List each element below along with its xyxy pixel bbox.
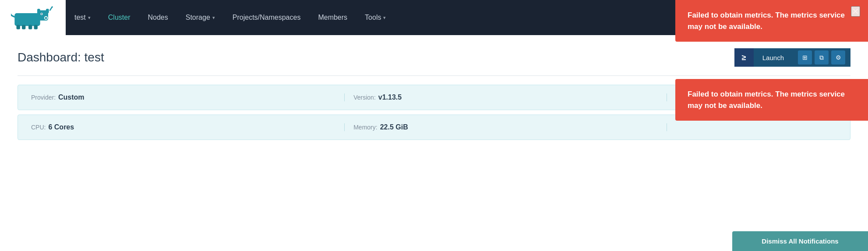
kubectl-icon-button[interactable]: ≥	[734, 48, 754, 67]
launch-label: Launch	[762, 54, 784, 61]
svg-rect-9	[28, 25, 32, 29]
version-value: v1.13.5	[378, 93, 402, 101]
nav-item-projects[interactable]: Projects/Namespaces	[224, 0, 310, 35]
nav-item-tools[interactable]: Tools ▾	[356, 0, 395, 35]
node-icon-button[interactable]: ⊞	[798, 50, 812, 65]
page-content: Dashboard: test ≥ Launch ⊞ ⧉ ⚙ Provider:…	[0, 35, 868, 158]
nav-items: test ▾ Cluster Nodes Storage ▾ Projects/…	[66, 0, 395, 35]
notification-text-2: Failed to obtain metrics. The metrics se…	[688, 89, 856, 111]
svg-point-6	[41, 13, 42, 14]
cpu-label: CPU:	[31, 124, 46, 131]
notification-card-2: Failed to obtain metrics. The metrics se…	[675, 79, 868, 121]
svg-rect-10	[34, 25, 38, 29]
notification-close-button[interactable]: ✕	[851, 6, 860, 17]
svg-rect-2	[37, 9, 40, 13]
svg-point-12	[52, 6, 53, 7]
notification-card-1: ✕ Failed to obtain metrics. The metrics …	[675, 0, 868, 42]
cpu-cell: CPU: 6 Cores	[31, 123, 345, 131]
nav-item-members[interactable]: Members	[309, 0, 356, 35]
nav-item-storage[interactable]: Storage ▾	[177, 0, 224, 35]
launch-icons-area: ⊞ ⧉ ⚙	[793, 48, 850, 67]
chevron-down-icon: ▾	[88, 15, 91, 21]
memory-value: 22.5 GiB	[380, 123, 408, 131]
svg-rect-8	[22, 25, 25, 29]
memory-label: Memory:	[353, 124, 377, 131]
version-cell: Version: v1.13.5	[345, 93, 667, 101]
chevron-down-icon-tools: ▾	[383, 15, 386, 21]
svg-line-11	[50, 7, 52, 10]
page-title: Dashboard: test	[18, 50, 104, 65]
nav-item-nodes[interactable]: Nodes	[139, 0, 176, 35]
dismiss-all-button[interactable]: Dismiss All Notifications	[732, 231, 868, 251]
nav-projects-label: Projects/Namespaces	[233, 14, 301, 22]
nav-item-cluster[interactable]: Cluster	[99, 0, 139, 35]
settings-icon-button[interactable]: ⚙	[831, 50, 845, 65]
page-header: Dashboard: test ≥ Launch ⊞ ⧉ ⚙	[18, 48, 850, 67]
provider-cell: Provider: Custom	[31, 93, 345, 101]
nav-members-label: Members	[318, 14, 347, 22]
copy-icon-button[interactable]: ⧉	[815, 50, 829, 65]
nav-nodes-label: Nodes	[148, 14, 168, 22]
version-label: Version:	[353, 94, 376, 101]
svg-rect-7	[17, 25, 20, 29]
cluster-dropdown-label: test	[74, 14, 86, 22]
cpu-value: 6 Cores	[48, 123, 74, 131]
svg-rect-0	[14, 13, 40, 26]
provider-value: Custom	[58, 93, 85, 101]
svg-rect-3	[46, 9, 49, 13]
nav-cluster-label: Cluster	[108, 14, 131, 22]
rancher-logo	[11, 6, 55, 30]
nav-cluster-dropdown[interactable]: test ▾	[66, 0, 99, 35]
nav-storage-label: Storage	[186, 14, 210, 22]
memory-cell: Memory: 22.5 GiB	[345, 123, 667, 131]
launch-area: ≥ Launch ⊞ ⧉ ⚙	[734, 48, 850, 67]
nav-tools-label: Tools	[365, 14, 381, 22]
chevron-down-icon-storage: ▾	[212, 15, 215, 21]
page-divider	[18, 75, 850, 76]
provider-label: Provider:	[31, 94, 56, 101]
notification-text-1: Failed to obtain metrics. The metrics se…	[688, 10, 856, 32]
launch-button[interactable]: Launch	[754, 48, 793, 67]
logo-area	[0, 0, 66, 35]
